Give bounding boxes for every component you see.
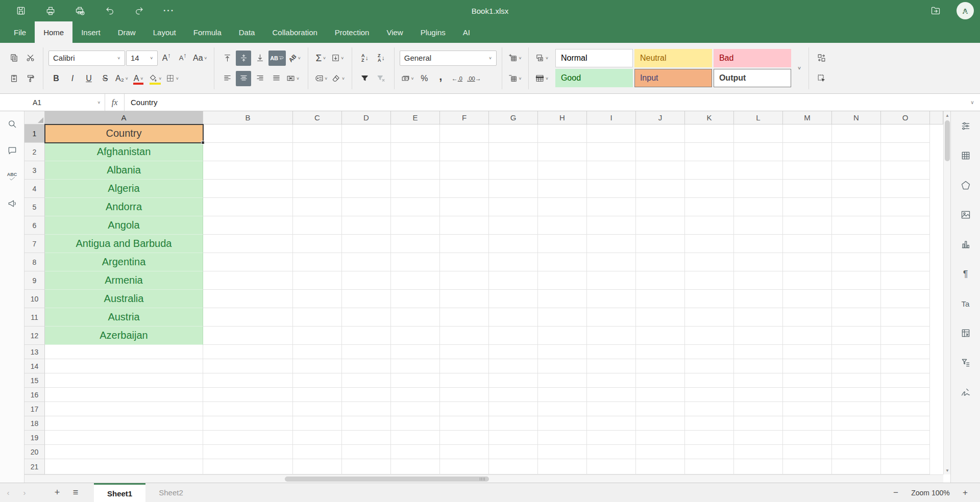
cell-D21[interactable] <box>342 459 391 474</box>
cell-M4[interactable] <box>783 180 832 198</box>
cell-N11[interactable] <box>832 308 881 327</box>
cell-B2[interactable] <box>203 143 293 161</box>
cell-A1[interactable]: Country <box>45 124 203 143</box>
cell-H7[interactable] <box>538 235 587 253</box>
quick-print-button[interactable] <box>71 3 89 18</box>
cell-M1[interactable] <box>783 124 832 143</box>
cell-J12[interactable] <box>636 327 685 345</box>
cell-E11[interactable] <box>391 308 440 327</box>
paragraph-settings-button[interactable]: ¶ <box>958 266 973 282</box>
find-button[interactable] <box>5 116 20 132</box>
tab-ai[interactable]: AI <box>454 21 479 43</box>
cell-A17[interactable] <box>45 402 203 416</box>
tab-home[interactable]: Home <box>35 21 72 43</box>
cell-L16[interactable] <box>734 388 783 402</box>
cell-J16[interactable] <box>636 388 685 402</box>
cell-H8[interactable] <box>538 253 587 271</box>
increase-decimal-button[interactable]: .00→ <box>465 71 482 86</box>
cell-G12[interactable] <box>489 327 538 345</box>
cell-B14[interactable] <box>203 359 293 373</box>
table-template-button[interactable]: ∨ <box>534 71 550 86</box>
merge-center-button[interactable]: ∨ <box>285 71 301 86</box>
more-actions-button[interactable]: ··· <box>160 3 178 18</box>
row-header-12[interactable]: 12 <box>24 327 45 345</box>
cell-C19[interactable] <box>293 431 342 445</box>
prev-sheet-button[interactable]: ‹ <box>0 483 16 502</box>
tab-protection[interactable]: Protection <box>326 21 378 43</box>
cell-C10[interactable] <box>293 290 342 308</box>
cell-D9[interactable] <box>342 271 391 290</box>
cell-A18[interactable] <box>45 416 203 431</box>
cell-L17[interactable] <box>734 402 783 416</box>
valign-middle-button[interactable] <box>236 51 251 66</box>
font-name-select[interactable]: Calibri∨ <box>48 51 125 66</box>
wrap-text-button[interactable]: AB <box>268 51 286 66</box>
cell-B5[interactable] <box>203 198 293 216</box>
cell-J21[interactable] <box>636 459 685 474</box>
cell-H18[interactable] <box>538 416 587 431</box>
cell-M17[interactable] <box>783 402 832 416</box>
cell-K9[interactable] <box>685 271 734 290</box>
cell-J7[interactable] <box>636 235 685 253</box>
cell-L7[interactable] <box>734 235 783 253</box>
cell-O13[interactable] <box>881 345 930 359</box>
cell-C7[interactable] <box>293 235 342 253</box>
cell-G6[interactable] <box>489 216 538 235</box>
cell-H10[interactable] <box>538 290 587 308</box>
cell-G15[interactable] <box>489 373 538 388</box>
cell-H5[interactable] <box>538 198 587 216</box>
cell-G5[interactable] <box>489 198 538 216</box>
cell-D17[interactable] <box>342 402 391 416</box>
cell-N19[interactable] <box>832 431 881 445</box>
cell-K7[interactable] <box>685 235 734 253</box>
underline-button[interactable]: U <box>81 71 96 86</box>
row-header-3[interactable]: 3 <box>24 161 45 180</box>
row-header-4[interactable]: 4 <box>24 180 45 198</box>
cell-O7[interactable] <box>881 235 930 253</box>
cell-I14[interactable] <box>587 359 636 373</box>
spellcheck-button[interactable]: ABC <box>5 169 20 185</box>
cell-I5[interactable] <box>587 198 636 216</box>
cell-J13[interactable] <box>636 345 685 359</box>
cell-J8[interactable] <box>636 253 685 271</box>
halign-right-button[interactable] <box>252 71 267 86</box>
cell-K2[interactable] <box>685 143 734 161</box>
cell-E15[interactable] <box>391 373 440 388</box>
cell-N8[interactable] <box>832 253 881 271</box>
undo-button[interactable] <box>101 3 118 18</box>
cell-C6[interactable] <box>293 216 342 235</box>
cell-J1[interactable] <box>636 124 685 143</box>
row-header-10[interactable]: 10 <box>24 290 45 308</box>
sheet-tab-sheet2[interactable]: Sheet2 <box>145 483 197 502</box>
cell-C20[interactable] <box>293 445 342 459</box>
cell-I4[interactable] <box>587 180 636 198</box>
justify-button[interactable] <box>268 71 284 86</box>
fill-button[interactable]: ∨ <box>330 51 346 66</box>
cell-J10[interactable] <box>636 290 685 308</box>
cell-K4[interactable] <box>685 180 734 198</box>
cell-E5[interactable] <box>391 198 440 216</box>
cell-L4[interactable] <box>734 180 783 198</box>
cell-E8[interactable] <box>391 253 440 271</box>
cell-L10[interactable] <box>734 290 783 308</box>
cell-M18[interactable] <box>783 416 832 431</box>
cell-M14[interactable] <box>783 359 832 373</box>
cell-L14[interactable] <box>734 359 783 373</box>
row-header-13[interactable]: 13 <box>24 345 45 359</box>
cell-H1[interactable] <box>538 124 587 143</box>
select-all-corner[interactable] <box>24 111 45 124</box>
cell-N20[interactable] <box>832 445 881 459</box>
cell-style-neutral[interactable]: Neutral <box>634 49 712 67</box>
cell-A12[interactable]: Azerbaijan <box>45 327 203 345</box>
cell-G4[interactable] <box>489 180 538 198</box>
column-header-g[interactable]: G <box>489 111 538 124</box>
cell-K8[interactable] <box>685 253 734 271</box>
cell-K17[interactable] <box>685 402 734 416</box>
tab-draw[interactable]: Draw <box>109 21 144 43</box>
italic-button[interactable]: I <box>65 71 80 86</box>
cell-N5[interactable] <box>832 198 881 216</box>
next-sheet-button[interactable]: › <box>16 483 33 502</box>
cell-K15[interactable] <box>685 373 734 388</box>
cell-N4[interactable] <box>832 180 881 198</box>
cell-D13[interactable] <box>342 345 391 359</box>
